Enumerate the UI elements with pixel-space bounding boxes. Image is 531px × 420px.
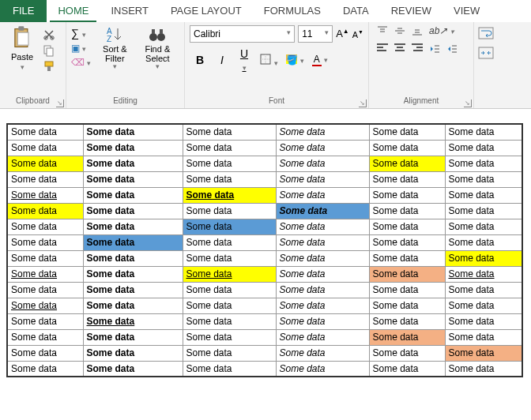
cell[interactable]: Some data (83, 187, 183, 203)
cell[interactable]: Some data (7, 124, 83, 140)
cell[interactable]: Some data (83, 313, 183, 329)
cell[interactable]: Some data (445, 187, 522, 203)
cell[interactable]: Some data (183, 203, 276, 219)
cell[interactable]: Some data (7, 313, 83, 329)
cell[interactable]: Some data (183, 282, 276, 298)
cell[interactable]: Some data (276, 234, 369, 250)
sort-filter-button[interactable]: AZ Sort & Filter▾ (96, 25, 134, 85)
cell[interactable]: Some data (83, 140, 183, 156)
cell[interactable]: Some data (445, 140, 522, 156)
cell[interactable]: Some data (276, 298, 369, 313)
cell[interactable]: Some data (7, 187, 83, 203)
cell[interactable]: Some data (369, 219, 445, 234)
align-bottom-icon[interactable] (412, 25, 423, 39)
cell[interactable]: Some data (183, 250, 276, 266)
copy-icon[interactable] (43, 44, 55, 57)
cell[interactable]: Some data (83, 219, 183, 234)
cell[interactable]: Some data (276, 219, 369, 234)
font-color-button[interactable]: A ▾ (312, 54, 328, 66)
cell[interactable]: Some data (445, 282, 522, 298)
cell[interactable]: Some data (369, 203, 445, 219)
tab-insert[interactable]: INSERT (100, 0, 159, 22)
cell[interactable]: Some data (183, 140, 276, 156)
cell[interactable]: Some data (183, 298, 276, 313)
cell[interactable]: Some data (276, 361, 369, 377)
cell[interactable]: Some data (83, 298, 183, 313)
bold-button[interactable]: B (193, 54, 207, 66)
format-painter-icon[interactable] (43, 60, 55, 73)
cell[interactable]: Some data (276, 171, 369, 187)
cell[interactable]: Some data (83, 234, 183, 250)
cell[interactable]: Some data (83, 345, 183, 361)
cell[interactable]: Some data (445, 156, 522, 171)
cell[interactable]: Some data (369, 171, 445, 187)
cell[interactable]: Some data (369, 266, 445, 282)
align-top-icon[interactable] (377, 25, 388, 39)
wrap-text-icon[interactable] (478, 27, 494, 42)
decrease-font-icon[interactable]: A▼ (352, 29, 363, 39)
cell[interactable]: Some data (83, 250, 183, 266)
cell[interactable]: Some data (7, 329, 83, 345)
cut-icon[interactable] (43, 28, 55, 41)
cell[interactable]: Some data (276, 250, 369, 266)
merge-center-icon[interactable] (478, 47, 494, 62)
font-name-select[interactable]: Calibri▾ (190, 25, 295, 43)
cell[interactable]: Some data (83, 171, 183, 187)
cell[interactable]: Some data (276, 124, 369, 140)
align-center-icon[interactable] (394, 43, 405, 57)
cell[interactable]: Some data (183, 156, 276, 171)
cell[interactable]: Some data (445, 361, 522, 377)
cell[interactable]: Some data (369, 250, 445, 266)
borders-button[interactable]: ▾ (259, 53, 278, 68)
cell[interactable]: Some data (276, 282, 369, 298)
cell[interactable]: Some data (7, 203, 83, 219)
cell[interactable]: Some data (183, 345, 276, 361)
cell[interactable]: Some data (276, 187, 369, 203)
fill-icon[interactable]: ▣ ▾ (71, 43, 91, 54)
cell[interactable]: Some data (369, 187, 445, 203)
increase-indent-icon[interactable] (446, 43, 458, 57)
cell[interactable]: Some data (83, 329, 183, 345)
orientation-icon[interactable]: ab↗ ▾ (429, 25, 454, 39)
cell[interactable]: Some data (369, 329, 445, 345)
decrease-indent-icon[interactable] (429, 43, 440, 57)
find-select-button[interactable]: Find & Select▾ (138, 25, 176, 85)
cell[interactable]: Some data (369, 298, 445, 313)
cell[interactable]: Some data (7, 140, 83, 156)
align-left-icon[interactable] (377, 43, 388, 57)
paste-button[interactable]: Paste ▾ (5, 25, 40, 85)
underline-button[interactable]: U ▾ (237, 47, 251, 73)
cell[interactable]: Some data (7, 156, 83, 171)
cell[interactable]: Some data (83, 124, 183, 140)
font-launcher[interactable] (359, 99, 367, 107)
cell[interactable]: Some data (7, 171, 83, 187)
cell[interactable]: Some data (276, 156, 369, 171)
cell[interactable]: Some data (7, 345, 83, 361)
fill-color-button[interactable]: 🪣 ▾ (286, 54, 303, 66)
cell[interactable]: Some data (7, 266, 83, 282)
cell[interactable]: Some data (183, 313, 276, 329)
cell[interactable]: Some data (7, 219, 83, 234)
align-middle-icon[interactable] (394, 25, 405, 39)
cell[interactable]: Some data (369, 140, 445, 156)
cell[interactable]: Some data (183, 329, 276, 345)
clear-icon[interactable]: ⌫ ▾ (71, 57, 91, 68)
clipboard-launcher[interactable] (56, 99, 64, 107)
cell[interactable]: Some data (445, 298, 522, 313)
cell[interactable]: Some data (83, 282, 183, 298)
cell[interactable]: Some data (276, 345, 369, 361)
cell[interactable]: Some data (445, 266, 522, 282)
cell[interactable]: Some data (83, 156, 183, 171)
cell[interactable]: Some data (183, 266, 276, 282)
tab-formulas[interactable]: FORMULAS (253, 0, 332, 22)
cell[interactable]: Some data (183, 171, 276, 187)
cell[interactable]: Some data (183, 187, 276, 203)
cell[interactable]: Some data (276, 203, 369, 219)
cell[interactable]: Some data (369, 345, 445, 361)
cell[interactable]: Some data (369, 361, 445, 377)
cell[interactable]: Some data (183, 361, 276, 377)
cell[interactable]: Some data (7, 298, 83, 313)
spreadsheet-grid[interactable]: Some dataSome dataSome dataSome dataSome… (6, 123, 523, 377)
cell[interactable]: Some data (445, 203, 522, 219)
increase-font-icon[interactable]: A▲ (336, 28, 349, 39)
